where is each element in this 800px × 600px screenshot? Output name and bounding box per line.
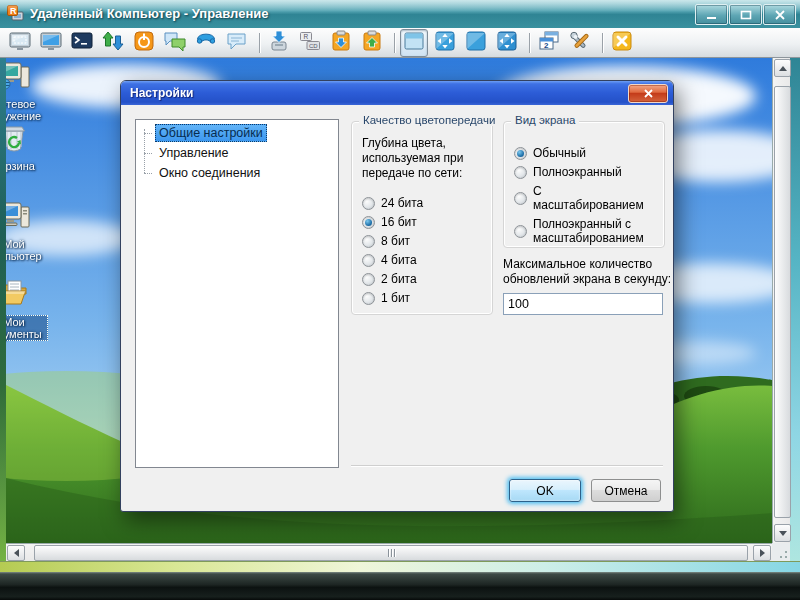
scroll-down-button[interactable] <box>774 524 791 542</box>
voice-chat-button[interactable] <box>192 29 220 57</box>
minimize-button[interactable] <box>695 4 728 25</box>
color-depth-option-label: 1 бит <box>381 291 410 305</box>
view-fullscreen-button[interactable] <box>431 29 459 57</box>
fps-input[interactable] <box>503 293 663 315</box>
shutdown-icon <box>132 29 156 56</box>
button-separator <box>351 465 663 466</box>
settings-icon <box>568 29 592 56</box>
send-message-button[interactable] <box>223 29 251 57</box>
scroll-up-button[interactable] <box>774 59 791 77</box>
fetch-screenshot-button[interactable] <box>265 29 293 57</box>
dialog-titlebar: Настройки <box>121 81 673 105</box>
screen-view-legend: Вид экрана <box>511 114 579 126</box>
pc-icon <box>6 198 48 235</box>
file-transfer-button[interactable] <box>99 29 127 57</box>
view-fullscreen-scaled-button[interactable] <box>493 29 521 57</box>
remote-screen-button[interactable] <box>37 29 65 57</box>
view-normal-icon <box>402 29 426 56</box>
pc-network-icon <box>6 58 48 95</box>
close-button[interactable] <box>763 4 796 25</box>
window-cascade-button[interactable]: 2 <box>535 29 563 57</box>
view-mode-option-1[interactable]: Обычный <box>514 146 655 160</box>
remote-devices-icon: RCD <box>298 29 322 56</box>
color-depth-option-4[interactable]: 4 бита <box>362 253 423 267</box>
color-depth-option-3[interactable]: 8 бит <box>362 234 423 248</box>
radio-icon <box>362 216 375 229</box>
radio-icon <box>514 166 527 179</box>
nav-item-label: Окно соединения <box>155 164 264 182</box>
svg-text:2: 2 <box>544 41 549 50</box>
view-normal-button[interactable] <box>400 29 428 57</box>
settings-dialog: Настройки Общие настройкиУправлениеОкно … <box>120 80 674 512</box>
send-message-icon <box>225 29 249 56</box>
text-chat-button[interactable] <box>161 29 189 57</box>
horizontal-scrollbar[interactable] <box>6 543 772 561</box>
desktop-icon-my-documents[interactable]: Мои документы <box>6 276 48 341</box>
view-scaled-button[interactable] <box>462 29 490 57</box>
window-title: Удалённый Компьютер - Управление <box>30 6 269 21</box>
dialog-close-icon <box>643 89 654 98</box>
voice-chat-icon <box>194 29 218 56</box>
screen-preview-button[interactable] <box>6 29 34 57</box>
taskbar: e R Удалённый Комп... EN 17:20 <box>0 572 800 600</box>
desktop-icon-my-computer[interactable]: Мой компьютер <box>6 198 48 263</box>
toolbar-separator <box>394 33 395 53</box>
fps-label: Максимальное количество обновлений экран… <box>503 257 678 287</box>
ok-button[interactable]: OK <box>509 479 581 502</box>
radio-icon <box>362 197 375 210</box>
view-scaled-icon <box>464 29 488 56</box>
scroll-left-button[interactable] <box>7 545 25 561</box>
desktop-icon-label: Корзина <box>6 159 37 173</box>
color-depth-option-2[interactable]: 16 бит <box>362 215 423 229</box>
file-transfer-icon <box>101 29 125 56</box>
radio-icon <box>362 273 375 286</box>
view-fullscreen-scaled-icon <box>495 29 519 56</box>
scroll-right-button[interactable] <box>753 545 771 561</box>
remote-devices-button[interactable]: RCD <box>296 29 324 57</box>
window-border-right <box>790 58 800 561</box>
svg-text:R: R <box>10 6 17 16</box>
nav-item-3[interactable]: Окно соединения <box>136 163 338 183</box>
desktop-icon-label: Мой компьютер <box>6 237 48 263</box>
horizontal-scroll-thumb[interactable] <box>34 545 748 561</box>
settings-button[interactable] <box>566 29 594 57</box>
maximize-button[interactable] <box>729 4 762 25</box>
radio-icon <box>362 292 375 305</box>
maximize-icon <box>740 10 752 20</box>
vertical-scroll-thumb[interactable] <box>774 86 791 518</box>
dialog-title: Настройки <box>130 86 193 100</box>
desktop-icon-label: Мои документы <box>6 315 48 341</box>
nav-item-2[interactable]: Управление <box>136 143 338 163</box>
clipboard-get-button[interactable] <box>327 29 355 57</box>
color-depth-option-label: 8 бит <box>381 234 410 248</box>
radio-icon <box>514 225 527 238</box>
color-depth-option-1[interactable]: 24 бита <box>362 196 423 210</box>
color-depth-option-label: 24 бита <box>381 196 423 210</box>
view-mode-option-3[interactable]: С масштабированием <box>514 184 655 212</box>
resize-grip[interactable] <box>772 543 790 561</box>
clipboard-set-icon <box>360 29 384 56</box>
text-chat-icon <box>163 29 187 56</box>
radio-icon <box>362 235 375 248</box>
vertical-scrollbar[interactable] <box>772 58 790 543</box>
remote-screen-icon <box>39 29 63 56</box>
screen-view-group: Вид экрана ОбычныйПолноэкранныйС масштаб… <box>503 121 665 248</box>
view-mode-option-2[interactable]: Полноэкранный <box>514 165 655 179</box>
nav-item-label: Общие настройки <box>155 124 267 142</box>
radio-icon <box>362 254 375 267</box>
color-depth-option-6[interactable]: 1 бит <box>362 291 423 305</box>
shutdown-button[interactable] <box>130 29 158 57</box>
cancel-button[interactable]: Отмена <box>591 479 661 502</box>
disconnect-button[interactable] <box>608 29 636 57</box>
view-mode-option-4[interactable]: Полноэкранный с масштабированием <box>514 217 655 245</box>
color-depth-option-5[interactable]: 2 бита <box>362 272 423 286</box>
telnet-button[interactable] <box>68 29 96 57</box>
view-mode-option-label: Полноэкранный с масштабированием <box>533 217 655 245</box>
desktop-icon-network-places[interactable]: Сетевое окружение <box>6 58 48 123</box>
nav-item-1[interactable]: Общие настройки <box>136 123 338 143</box>
desktop-icon-recycle-bin[interactable]: Корзина <box>6 120 48 173</box>
clipboard-set-button[interactable] <box>358 29 386 57</box>
window-titlebar: R Удалённый Компьютер - Управление <box>0 0 800 29</box>
view-mode-option-label: С масштабированием <box>533 184 655 212</box>
dialog-close-button[interactable] <box>628 84 668 103</box>
